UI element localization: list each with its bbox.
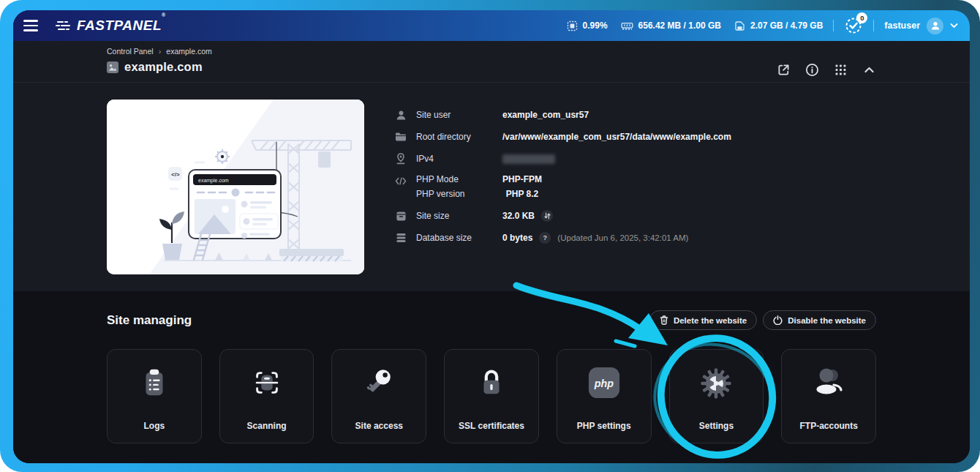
disk-value: 2.07 GB / 4.79 GB <box>750 20 823 31</box>
ipv4-row: IPv4 <box>395 152 876 165</box>
breadcrumb: Control Panel › example.com <box>107 47 212 56</box>
hamburger-menu-icon[interactable] <box>23 20 38 31</box>
resource-stats: 0.99% 656.42 MB / 1.00 GB <box>567 20 823 31</box>
delete-website-label: Delete the website <box>674 316 747 325</box>
ftp-users-icon <box>811 366 846 400</box>
page-title: example.com <box>124 60 203 74</box>
ram-stat: 656.42 MB / 1.00 GB <box>621 20 721 31</box>
breadcrumb-control-panel[interactable]: Control Panel <box>107 47 154 56</box>
php-version-value: PHP 8.2 <box>506 189 538 199</box>
trash-icon <box>660 315 668 325</box>
site-size-label: Site size <box>416 211 502 221</box>
site-size-row: Site size 32.0 KB <box>395 209 876 222</box>
disk-icon <box>734 20 745 31</box>
disable-website-button[interactable]: Disable the website <box>763 310 876 330</box>
card-ftp-accounts[interactable]: FTP-accounts <box>781 349 876 443</box>
card-label: PHP settings <box>557 421 651 431</box>
registered-mark: ® <box>162 12 166 18</box>
card-settings[interactable]: Settings <box>669 349 764 443</box>
fastpanel-logo[interactable]: FASTPANEL® <box>56 18 166 34</box>
card-label: Settings <box>670 421 764 431</box>
root-directory-label: Root directory <box>416 132 502 142</box>
php-mode-value: PHP-FPM <box>502 174 542 184</box>
database-icon <box>395 232 407 244</box>
site-size-value: 32.0 KB <box>502 211 535 221</box>
topbar: FASTPANEL® 0.99% <box>13 10 970 41</box>
section-title: Site managing <box>107 313 192 328</box>
root-directory-value: /var/www/example_com_usr57/data/www/exam… <box>502 132 731 142</box>
chevron-down-icon <box>950 23 958 29</box>
card-label: Site access <box>332 421 426 431</box>
root-directory-row: Root directory /var/www/example_com_usr5… <box>395 130 876 143</box>
disk-stat: 2.07 GB / 4.79 GB <box>734 20 823 31</box>
php-mode-label: PHP Mode <box>416 174 502 184</box>
cpu-stat: 0.99% <box>567 20 608 31</box>
site-managing-section: Site managing Delete the website Disable… <box>13 291 970 463</box>
svg-text:</>: </> <box>171 171 180 178</box>
disable-website-label: Disable the website <box>788 316 866 325</box>
site-managing-cards: Logs Scanning Site access SSL certificat… <box>107 349 876 443</box>
php-version-label: PHP version <box>416 189 502 199</box>
site-info-list: Site user example_com_usr57 Root directo… <box>395 100 876 274</box>
card-logs[interactable]: Logs <box>107 349 202 443</box>
info-icon[interactable] <box>805 63 819 77</box>
page-header: Control Panel › example.com example.com <box>13 41 970 83</box>
avatar <box>927 18 943 34</box>
php-icon: php <box>587 366 621 402</box>
card-php-settings[interactable]: phpPHP settings <box>557 349 652 443</box>
brand-name: FASTPANEL® <box>77 18 166 34</box>
logs-icon <box>137 366 171 402</box>
username: fastuser <box>884 20 920 31</box>
card-ssl-certificates[interactable]: SSL certificates <box>444 349 539 443</box>
location-pin-icon <box>395 153 407 165</box>
database-size-updated-note: (Updated Jun 6, 2025, 3:42:01 AM) <box>557 233 688 242</box>
database-size-row: Database size 0 bytes ? (Updated Jun 6, … <box>395 231 876 244</box>
php-row: PHP Mode PHP version PHP-FPM PHP 8.2 <box>395 174 876 201</box>
equalizer-logo-icon <box>56 20 72 31</box>
settings-gear-icon <box>698 366 734 404</box>
card-label: SSL certificates <box>445 421 538 431</box>
apps-grid-icon[interactable] <box>834 63 848 77</box>
folder-icon <box>395 131 407 143</box>
cpu-icon <box>567 20 578 31</box>
key-icon <box>362 366 396 402</box>
database-size-label: Database size <box>416 233 502 243</box>
svg-text:example.com: example.com <box>198 178 229 184</box>
fastpanel-app: FASTPANEL® 0.99% <box>13 10 970 463</box>
ram-icon <box>621 20 633 31</box>
ipv4-redacted-value <box>502 154 555 164</box>
database-size-value: 0 bytes <box>502 233 532 243</box>
card-label: FTP-accounts <box>782 421 875 431</box>
user-menu[interactable]: fastuser <box>884 18 958 34</box>
ram-value: 656.42 MB / 1.00 GB <box>638 20 721 31</box>
ipv4-label: IPv4 <box>416 154 502 164</box>
site-user-row: Site user example_com_usr57 <box>395 108 876 121</box>
tasks-button[interactable]: 0 <box>844 16 863 35</box>
breadcrumb-site[interactable]: example.com <box>166 47 211 56</box>
card-label: Logs <box>108 421 201 431</box>
topbar-divider <box>833 20 834 31</box>
site-favicon-icon <box>107 61 118 73</box>
power-icon <box>773 315 783 325</box>
scanning-icon <box>250 366 284 402</box>
help-icon[interactable]: ? <box>539 232 551 244</box>
delete-website-button[interactable]: Delete the website <box>649 310 757 330</box>
user-icon <box>395 109 407 121</box>
card-label: Scanning <box>220 421 314 431</box>
ssl-lock-icon <box>475 366 508 402</box>
site-illustration: example.com <box>107 100 364 274</box>
code-icon <box>395 175 407 187</box>
svg-text:php: php <box>594 378 614 389</box>
cpu-value: 0.99% <box>583 20 608 31</box>
storage-box-icon <box>395 210 407 222</box>
card-site-access[interactable]: Site access <box>331 349 426 443</box>
tasks-badge: 0 <box>856 12 867 23</box>
collapse-chevron-up-icon[interactable] <box>862 63 876 77</box>
open-site-external-link-icon[interactable] <box>777 63 791 77</box>
site-user-label: Site user <box>416 110 502 120</box>
topbar-divider <box>873 20 874 31</box>
card-scanning[interactable]: Scanning <box>219 349 314 443</box>
site-user-value: example_com_usr57 <box>502 110 589 120</box>
site-overview-section: Control Panel › example.com example.com <box>13 41 970 291</box>
refresh-icon[interactable] <box>541 210 553 222</box>
